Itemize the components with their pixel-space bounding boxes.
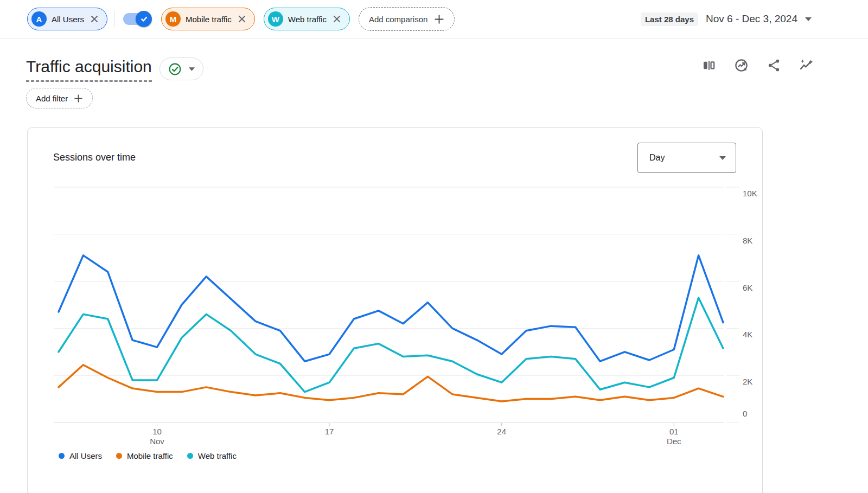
x-axis-month-label: Nov bbox=[150, 437, 164, 446]
chevron-down-icon bbox=[805, 17, 812, 21]
chart-title: Sessions over time bbox=[53, 152, 136, 163]
comparison-chip-web-traffic[interactable]: W Web traffic bbox=[264, 8, 350, 30]
plus-icon bbox=[434, 14, 444, 24]
report-toolbar bbox=[701, 58, 814, 73]
comparison-chip-mobile-traffic[interactable]: M Mobile traffic bbox=[161, 8, 255, 30]
x-axis-month-label: Dec bbox=[667, 437, 681, 446]
comparison-toggle[interactable] bbox=[123, 13, 149, 25]
y-axis-label: 8K bbox=[743, 236, 752, 245]
comparison-chip-all-users[interactable]: A All Users bbox=[27, 8, 107, 30]
x-axis-label: 01 bbox=[669, 427, 679, 436]
granularity-select[interactable]: Day bbox=[637, 143, 736, 173]
avatar: A bbox=[31, 11, 47, 27]
share-icon[interactable] bbox=[767, 58, 781, 73]
plus-icon bbox=[74, 94, 83, 103]
add-filter-button[interactable]: Add filter bbox=[26, 88, 93, 108]
close-icon[interactable] bbox=[237, 14, 247, 24]
comparison-chip-label: All Users bbox=[52, 15, 84, 24]
add-comparison-button[interactable]: Add comparison bbox=[359, 7, 455, 31]
close-icon[interactable] bbox=[331, 14, 342, 24]
date-range-selector[interactable]: Last 28 days Nov 6 - Dec 3, 2024 bbox=[641, 12, 812, 26]
series-line-all-users bbox=[59, 255, 723, 361]
report-status-button[interactable] bbox=[159, 57, 203, 80]
comparison-bar: A All Users M Mobile traffic W Web traff… bbox=[0, 0, 868, 39]
y-axis-label: 2K bbox=[743, 377, 752, 386]
edit-comparisons-icon[interactable] bbox=[701, 58, 716, 73]
legend-label: Web traffic bbox=[198, 451, 237, 460]
check-circle-icon bbox=[168, 62, 182, 76]
legend-item-mobile-traffic: Mobile traffic bbox=[116, 451, 173, 460]
check-icon bbox=[140, 15, 148, 23]
legend-item-all-users: All Users bbox=[59, 451, 102, 460]
close-icon[interactable] bbox=[89, 14, 100, 24]
y-axis-label: 4K bbox=[743, 330, 752, 339]
y-axis-label: 0 bbox=[743, 409, 747, 418]
x-axis-label: 10 bbox=[152, 427, 162, 436]
chart-legend: All UsersMobile trafficWeb traffic bbox=[59, 451, 237, 460]
add-comparison-label: Add comparison bbox=[369, 15, 427, 24]
y-axis-label: 6K bbox=[743, 283, 752, 292]
y-axis-label: 10K bbox=[743, 189, 757, 198]
divider bbox=[114, 11, 114, 27]
sessions-chart-card: Sessions over time Day 02K4K6K8K10K10Nov… bbox=[27, 127, 763, 493]
granularity-value: Day bbox=[649, 153, 719, 163]
date-range-value: Nov 6 - Dec 3, 2024 bbox=[706, 13, 797, 25]
insights-icon[interactable] bbox=[734, 58, 749, 73]
suggested-insights-icon[interactable] bbox=[799, 58, 814, 73]
page-title[interactable]: Traffic acquisition bbox=[26, 56, 152, 82]
legend-label: All Users bbox=[69, 451, 102, 460]
date-range-badge: Last 28 days bbox=[641, 12, 698, 26]
legend-label: Mobile traffic bbox=[127, 451, 173, 460]
legend-item-web-traffic: Web traffic bbox=[187, 451, 237, 460]
avatar: W bbox=[268, 11, 283, 27]
avatar: M bbox=[165, 11, 181, 27]
report-header: Traffic acquisition Add filter bbox=[26, 39, 868, 108]
chevron-down-icon bbox=[719, 156, 726, 160]
x-axis-label: 17 bbox=[325, 427, 334, 436]
legend-dot bbox=[116, 453, 122, 459]
sessions-line-chart: 02K4K6K8K10K10Nov172401Dec bbox=[28, 182, 763, 448]
legend-dot bbox=[59, 453, 65, 459]
comparison-chip-label: Mobile traffic bbox=[186, 15, 232, 24]
comparison-chip-label: Web traffic bbox=[288, 15, 327, 24]
chevron-down-icon bbox=[189, 67, 195, 71]
legend-dot bbox=[187, 453, 193, 459]
toggle-thumb bbox=[136, 11, 152, 27]
x-axis-label: 24 bbox=[497, 427, 506, 436]
add-filter-label: Add filter bbox=[36, 94, 68, 103]
